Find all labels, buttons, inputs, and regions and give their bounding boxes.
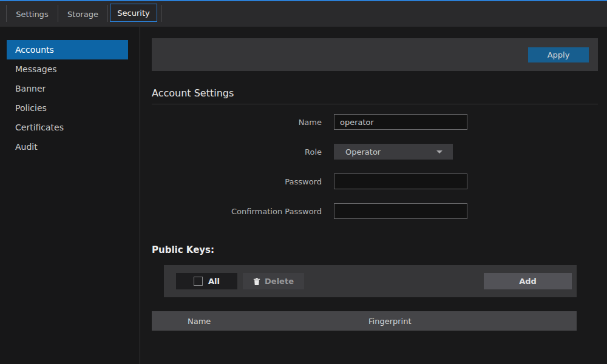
tab-separator <box>107 5 108 22</box>
trash-icon <box>253 277 260 286</box>
tab-settings[interactable]: Settings <box>7 1 58 27</box>
role-label: Role <box>152 144 322 160</box>
apply-toolbar: Apply <box>152 38 598 71</box>
sidebar-item-accounts[interactable]: Accounts <box>7 40 128 59</box>
password-input[interactable] <box>334 174 467 189</box>
section-divider <box>152 104 598 104</box>
top-tab-bar: Settings Storage Security <box>0 0 607 27</box>
tab-separator <box>161 5 162 22</box>
tab-storage[interactable]: Storage <box>58 1 107 27</box>
sidebar-divider <box>140 27 140 364</box>
sidebar-item-banner[interactable]: Banner <box>7 79 128 98</box>
sidebar-item-certificates[interactable]: Certificates <box>7 118 128 137</box>
public-keys-table-header: Name Fingerprint <box>152 311 577 331</box>
sidebar-item-messages[interactable]: Messages <box>7 59 128 79</box>
add-button[interactable]: Add <box>484 273 572 289</box>
column-header-name[interactable]: Name <box>188 311 211 331</box>
sidebar-item-policies[interactable]: Policies <box>7 98 128 118</box>
tab-settings-label: Settings <box>16 10 48 19</box>
sidebar: Accounts Messages Banner Policies Certif… <box>0 27 140 364</box>
checkbox-unchecked-icon[interactable] <box>194 277 203 286</box>
chevron-down-icon <box>436 150 443 153</box>
name-input[interactable] <box>334 114 467 130</box>
select-all-button[interactable]: All <box>176 273 237 289</box>
delete-label: Delete <box>265 277 294 286</box>
column-header-fingerprint[interactable]: Fingerprint <box>368 311 412 331</box>
confirmation-password-label: Confirmation Password <box>152 203 322 219</box>
delete-button[interactable]: Delete <box>243 273 304 289</box>
tab-security-label: Security <box>117 8 149 18</box>
select-all-label: All <box>208 277 220 286</box>
role-selected-value: Operator <box>345 147 381 157</box>
password-label: Password <box>152 174 322 189</box>
confirmation-password-input[interactable] <box>334 203 467 219</box>
security-settings-page: Settings Storage Security Accounts Messa… <box>0 0 607 364</box>
role-select[interactable]: Operator <box>334 144 453 160</box>
tab-storage-label: Storage <box>67 10 98 19</box>
public-keys-toolbar: All Delete Add <box>164 265 577 297</box>
apply-button[interactable]: Apply <box>528 47 589 62</box>
page-title: Account Settings <box>152 87 234 99</box>
tab-security[interactable]: Security <box>110 4 157 22</box>
name-label: Name <box>152 114 322 130</box>
sidebar-item-audit[interactable]: Audit <box>7 137 128 157</box>
public-keys-title: Public Keys: <box>152 244 214 255</box>
